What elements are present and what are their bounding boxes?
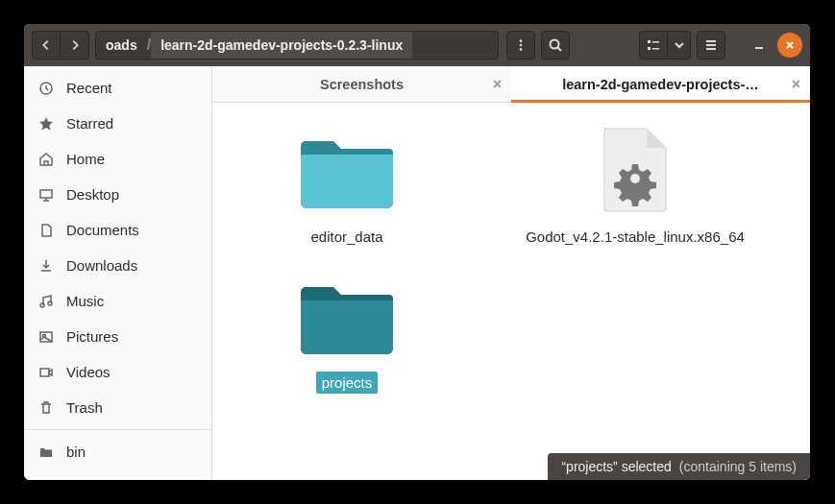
- hamburger-menu-button[interactable]: [697, 31, 725, 60]
- file-label: Godot_v4.2.1-stable_linux.x86_64: [520, 226, 750, 249]
- svg-rect-5: [648, 47, 651, 50]
- sidebar-item-desktop[interactable]: Desktop: [24, 177, 211, 212]
- pictures-icon: [37, 328, 55, 346]
- search-button[interactable]: [541, 31, 570, 60]
- titlebar: oads / learn-2d-gamedev-projects-0.2.3-l…: [24, 24, 810, 66]
- tab-label: Screenshots: [320, 77, 404, 92]
- sidebar-item-label: Trash: [66, 399, 103, 416]
- file-item-editor-data[interactable]: editor_data: [232, 122, 462, 249]
- back-button[interactable]: [32, 31, 61, 60]
- icon-view-icon: [646, 37, 661, 53]
- status-detail: (containing 5 items): [679, 459, 797, 474]
- home-icon: [37, 151, 55, 168]
- svg-rect-4: [648, 40, 651, 43]
- sidebar-item-videos[interactable]: Videos: [24, 354, 211, 390]
- clock-icon: [37, 80, 55, 97]
- file-grid[interactable]: editor_data: [212, 103, 810, 480]
- view-mode-dropdown[interactable]: [668, 31, 691, 60]
- downloads-icon: [37, 257, 55, 275]
- file-label: projects: [316, 372, 379, 395]
- sidebar-item-documents[interactable]: Documents: [24, 212, 211, 248]
- svg-point-2: [520, 48, 523, 51]
- sidebar-item-home[interactable]: Home: [24, 141, 211, 177]
- tab-label: learn-2d-gamedev-projects-…: [562, 77, 759, 92]
- svg-point-0: [520, 39, 523, 42]
- forward-button[interactable]: [61, 31, 89, 60]
- search-icon: [548, 37, 563, 53]
- svg-rect-6: [652, 41, 659, 43]
- breadcrumb-parent[interactable]: oads: [96, 32, 147, 59]
- breadcrumb-menu-button[interactable]: [506, 31, 535, 60]
- minimize-icon: [753, 39, 765, 51]
- executable-icon: [582, 122, 688, 218]
- file-label: editor_data: [305, 226, 388, 249]
- folder-icon: [294, 268, 400, 364]
- sidebar-item-recent[interactable]: Recent: [24, 70, 211, 106]
- folder-icon: [37, 444, 55, 461]
- tab-bar: Screenshots × learn-2d-gamedev-projects-…: [212, 66, 810, 103]
- status-bar: “projects” selected (containing 5 items): [548, 453, 810, 480]
- window-body: Recent Starred Home Desktop Documents Do…: [24, 66, 810, 480]
- file-item-projects[interactable]: projects: [232, 268, 462, 395]
- sidebar-item-trash[interactable]: Trash: [24, 390, 211, 425]
- svg-point-11: [48, 301, 52, 305]
- breadcrumb[interactable]: oads / learn-2d-gamedev-projects-0.2.3-l…: [95, 31, 499, 60]
- nav-buttons: [32, 31, 89, 60]
- svg-point-1: [520, 44, 523, 47]
- desktop-icon: [37, 186, 55, 204]
- videos-icon: [37, 364, 55, 381]
- status-main: “projects” selected: [561, 459, 671, 474]
- sidebar-item-label: Starred: [66, 115, 113, 132]
- music-icon: [37, 293, 55, 310]
- svg-rect-7: [652, 48, 659, 50]
- sidebar-item-music[interactable]: Music: [24, 283, 211, 319]
- svg-rect-14: [40, 369, 49, 376]
- svg-point-10: [40, 303, 44, 307]
- file-manager-window: oads / learn-2d-gamedev-projects-0.2.3-l…: [24, 24, 810, 480]
- sidebar-item-label: Videos: [66, 364, 111, 380]
- sidebar-item-label: Recent: [66, 80, 112, 96]
- close-icon: [784, 39, 796, 51]
- tab-screenshots[interactable]: Screenshots ×: [212, 66, 511, 102]
- main-pane: Screenshots × learn-2d-gamedev-projects-…: [212, 66, 810, 480]
- sidebar-item-label: Downloads: [66, 257, 137, 274]
- sidebar-item-bin[interactable]: bin: [24, 434, 211, 469]
- svg-point-3: [551, 40, 559, 49]
- sidebar-item-pictures[interactable]: Pictures: [24, 319, 211, 354]
- svg-rect-9: [40, 190, 52, 198]
- sidebar-item-label: bin: [66, 444, 86, 460]
- sidebar-item-downloads[interactable]: Downloads: [24, 248, 211, 283]
- folder-icon: [294, 122, 400, 218]
- sidebar-separator: [24, 429, 211, 430]
- svg-point-16: [630, 174, 640, 183]
- sidebar-item-label: Music: [66, 293, 104, 309]
- chevron-left-icon: [39, 38, 53, 52]
- trash-icon: [37, 399, 55, 417]
- tab-close-button[interactable]: ×: [493, 77, 502, 92]
- sidebar-item-starred[interactable]: Starred: [24, 106, 211, 141]
- sidebar-item-label: Desktop: [66, 186, 119, 203]
- close-button[interactable]: [777, 33, 802, 58]
- documents-icon: [37, 222, 55, 239]
- breadcrumb-current[interactable]: learn-2d-gamedev-projects-0.2.3-linux: [151, 32, 412, 59]
- sidebar-item-label: Home: [66, 151, 105, 167]
- tab-learn-2d-gamedev[interactable]: learn-2d-gamedev-projects-… ×: [511, 66, 810, 102]
- chevron-right-icon: [68, 38, 82, 52]
- view-mode-button[interactable]: [639, 31, 668, 60]
- kebab-icon: [514, 38, 528, 52]
- sidebar-item-label: Documents: [66, 222, 139, 238]
- sidebar: Recent Starred Home Desktop Documents Do…: [24, 66, 212, 480]
- minimize-button[interactable]: [747, 33, 772, 58]
- star-icon: [37, 115, 55, 132]
- tab-close-button[interactable]: ×: [792, 77, 800, 92]
- file-item-godot-executable[interactable]: Godot_v4.2.1-stable_linux.x86_64: [520, 122, 750, 249]
- hamburger-icon: [703, 37, 719, 53]
- view-mode-group: [639, 31, 691, 60]
- chevron-down-icon: [672, 37, 687, 53]
- sidebar-item-label: Pictures: [66, 328, 118, 345]
